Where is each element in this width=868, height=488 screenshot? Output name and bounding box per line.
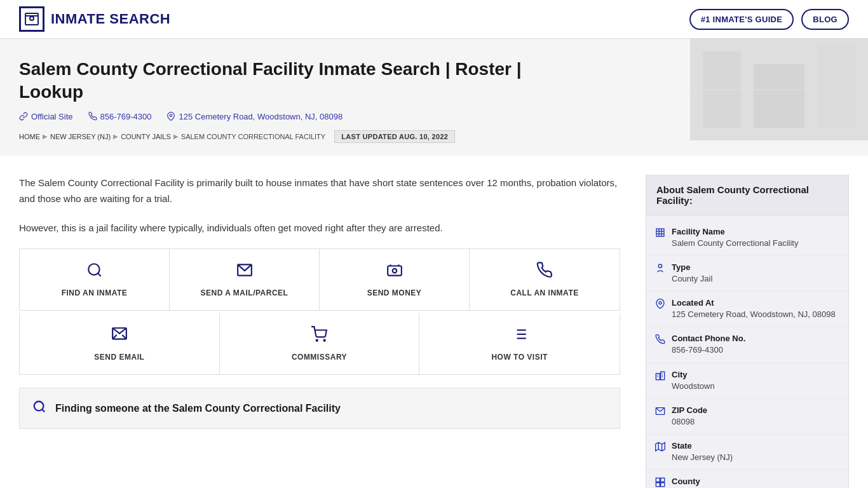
call-icon <box>536 262 553 282</box>
phone-meta: 856-769-4300 <box>88 112 152 121</box>
action-send-money-label: SEND MONEY <box>367 288 422 297</box>
svg-point-34 <box>658 264 661 268</box>
svg-point-9 <box>88 264 99 275</box>
breadcrumb-category[interactable]: COUNTY JAILS <box>121 133 171 140</box>
find-section[interactable]: Finding someone at the Salem County Corr… <box>19 388 620 429</box>
phone-icon <box>88 112 97 121</box>
description-para2: However, this is a jail facility where t… <box>19 220 620 236</box>
svg-rect-6 <box>817 45 855 128</box>
breadcrumb-state[interactable]: NEW JERSEY (NJ) <box>50 133 111 140</box>
find-section-text: Finding someone at the Salem County Corr… <box>55 403 341 414</box>
about-item-state-content: State New Jersey (NJ) <box>672 441 733 463</box>
email-icon <box>111 326 128 346</box>
action-send-mail-label: SEND A MAIL/PARCEL <box>201 288 288 297</box>
about-item-location-content: Located At 125 Cemetery Road, Woodstown,… <box>672 298 836 320</box>
logo-icon <box>19 6 44 32</box>
svg-rect-37 <box>661 372 665 380</box>
person-icon <box>655 263 665 276</box>
money-icon <box>386 262 403 282</box>
breadcrumb-home[interactable]: HOME <box>19 133 40 140</box>
location-pin-icon <box>655 299 665 311</box>
description-para1: The Salem County Correctional Facility i… <box>19 175 620 207</box>
header-nav: #1 INMATE'S GUIDE BLOG <box>689 9 849 30</box>
svg-rect-50 <box>661 483 665 487</box>
about-item-location: Located At 125 Cemetery Road, Woodstown,… <box>646 292 848 327</box>
about-item-city-content: City Woodstown <box>672 370 715 392</box>
svg-rect-0 <box>25 13 38 25</box>
svg-point-20 <box>324 340 325 341</box>
header: INMATE SEARCH #1 INMATE'S GUIDE BLOG <box>0 0 868 39</box>
about-item-state-value: New Jersey (NJ) <box>672 452 733 463</box>
action-commissary-label: COMMISSARY <box>292 353 347 362</box>
prison-image <box>690 39 868 156</box>
about-item-zip-value: 08098 <box>672 416 707 428</box>
logo-area: INMATE SEARCH <box>19 6 170 32</box>
list-icon <box>512 326 528 346</box>
about-item-zip-content: ZIP Code 08098 <box>672 405 707 428</box>
county-icon <box>655 477 665 488</box>
sep2: ▶ <box>113 133 118 140</box>
page-title: Salem County Correctional Facility Inmat… <box>19 58 527 104</box>
site-title: INMATE SEARCH <box>51 11 170 27</box>
svg-point-27 <box>34 402 44 411</box>
cart-icon <box>311 326 327 346</box>
about-item-facility-name-value: Salem County Correctional Facility <box>672 238 798 249</box>
action-how-to-visit[interactable]: HOW TO VISIT <box>419 313 620 374</box>
action-send-email-label: SEND EMAIL <box>94 353 144 362</box>
action-how-to-visit-label: HOW TO VISIT <box>491 353 547 362</box>
svg-rect-48 <box>661 478 665 482</box>
find-section-search-icon <box>32 400 46 417</box>
about-item-phone-value: 856-769-4300 <box>672 344 745 356</box>
blog-button[interactable]: BLOG <box>801 9 849 30</box>
svg-point-8 <box>170 114 173 117</box>
mail-icon <box>236 262 253 282</box>
about-item-type-content: Type County Jail <box>672 262 712 285</box>
about-item-county-label: County <box>672 477 724 486</box>
main-content: The Salem County Correctional Facility i… <box>0 156 868 488</box>
action-commissary[interactable]: COMMISSARY <box>220 313 420 374</box>
about-item-facility-name: Facility Name Salem County Correctional … <box>646 220 848 256</box>
breadcrumb-current: SALEM COUNTY CORRECTIONAL FACILITY <box>181 133 325 140</box>
phone-value: 856-769-4300 <box>100 112 152 121</box>
svg-rect-29 <box>656 229 664 236</box>
about-item-state: State New Jersey (NJ) <box>646 435 848 470</box>
svg-rect-47 <box>656 478 660 482</box>
about-item-city-value: Woodstown <box>672 381 715 392</box>
svg-rect-12 <box>388 266 402 276</box>
about-item-county: County Salem County <box>646 470 848 488</box>
about-item-type: Type County Jail <box>646 256 848 292</box>
sep3: ▶ <box>173 133 179 140</box>
about-item-location-value: 125 Cemetery Road, Woodstown, NJ, 08098 <box>672 309 836 320</box>
official-site-label: Official Site <box>31 112 73 121</box>
guide-button[interactable]: #1 INMATE'S GUIDE <box>689 9 794 30</box>
svg-rect-49 <box>656 483 660 487</box>
official-site-link[interactable]: Official Site <box>19 112 73 121</box>
about-box: About Salem County Correctional Facility… <box>646 175 849 488</box>
action-call-inmate[interactable]: CALL AN INMATE <box>470 249 620 310</box>
location-icon <box>166 112 175 121</box>
left-column: The Salem County Correctional Facility i… <box>19 175 646 488</box>
about-item-type-value: County Jail <box>672 273 712 285</box>
svg-line-28 <box>42 410 44 412</box>
link-icon <box>19 112 28 121</box>
sep1: ▶ <box>43 133 48 140</box>
about-item-phone: Contact Phone No. 856-769-4300 <box>646 327 848 363</box>
address-value: 125 Cemetery Road, Woodstown, NJ, 08098 <box>179 112 342 121</box>
about-item-type-label: Type <box>672 262 712 272</box>
about-item-facility-name-content: Facility Name Salem County Correctional … <box>672 227 798 249</box>
action-find-inmate[interactable]: FIND AN INMATE <box>20 249 170 310</box>
right-column: About Salem County Correctional Facility… <box>646 175 849 488</box>
hero-section: Salem County Correctional Facility Inmat… <box>0 39 868 156</box>
about-list: Facility Name Salem County Correctional … <box>646 215 848 488</box>
zip-icon <box>655 406 665 419</box>
about-item-zip: ZIP Code 08098 <box>646 399 848 435</box>
svg-marker-44 <box>656 442 665 451</box>
description: The Salem County Correctional Facility i… <box>19 175 620 236</box>
action-send-mail[interactable]: SEND A MAIL/PARCEL <box>170 249 320 310</box>
phone-about-icon <box>655 334 665 347</box>
action-send-email[interactable]: SEND EMAIL <box>20 313 220 374</box>
svg-point-35 <box>659 302 661 304</box>
action-send-money[interactable]: SEND MONEY <box>320 249 470 310</box>
search-icon <box>86 262 103 282</box>
about-item-location-label: Located At <box>672 298 836 308</box>
